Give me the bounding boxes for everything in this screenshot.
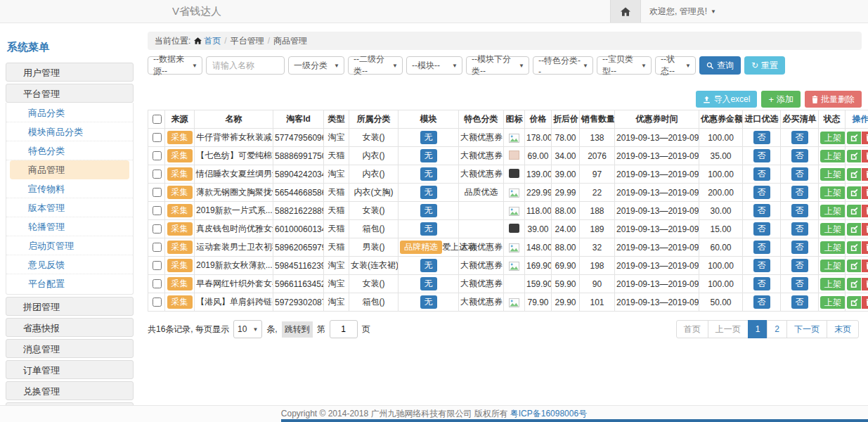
module-badge[interactable]: 无 xyxy=(420,204,437,217)
sidebar-item[interactable]: 特色分类 xyxy=(6,141,133,160)
edit-button[interactable] xyxy=(847,168,861,181)
user-menu[interactable]: 欢迎您, 管理员! ▼ xyxy=(641,0,725,23)
edit-button[interactable] xyxy=(847,223,861,236)
select-all-checkbox[interactable] xyxy=(153,115,162,124)
import-flag-badge[interactable]: 否 xyxy=(753,241,770,253)
module-badge[interactable]: 无 xyxy=(420,277,437,290)
status-badge[interactable]: 上架 xyxy=(820,260,846,272)
status-badge[interactable]: 上架 xyxy=(820,278,846,290)
source-badge[interactable]: 采集 xyxy=(167,259,193,271)
sidebar-item[interactable]: 商品分类 xyxy=(6,103,133,122)
pager-button[interactable]: 2 xyxy=(767,320,787,338)
import-flag-badge[interactable]: 否 xyxy=(753,186,770,198)
module-badge[interactable]: 无 xyxy=(420,295,437,308)
row-checkbox[interactable] xyxy=(153,133,162,142)
pager-button[interactable]: 首页 xyxy=(676,320,708,338)
filter-select[interactable]: --数据来源--▼ xyxy=(148,56,202,75)
import-flag-badge[interactable]: 否 xyxy=(753,295,770,308)
delete-button[interactable] xyxy=(862,241,868,254)
source-badge[interactable]: 采集 xyxy=(167,186,193,198)
status-badge[interactable]: 上架 xyxy=(820,168,846,181)
module-badge[interactable]: 无 xyxy=(420,186,437,198)
sidebar-group-item[interactable]: 订单管理 xyxy=(6,360,134,379)
delete-button[interactable] xyxy=(862,260,868,272)
edit-button[interactable] xyxy=(847,296,861,309)
sidebar-group-item[interactable]: 省惠快报 xyxy=(6,318,134,337)
edit-button[interactable] xyxy=(847,278,861,290)
status-badge[interactable]: 上架 xyxy=(820,150,846,162)
import-flag-badge[interactable]: 否 xyxy=(753,259,770,271)
delete-button[interactable] xyxy=(862,296,868,309)
edit-button[interactable] xyxy=(847,132,861,144)
delete-button[interactable] xyxy=(862,278,868,290)
sidebar-group-item[interactable]: 消息管理 xyxy=(6,339,134,358)
filter-select[interactable]: --宝贝类型--▼ xyxy=(597,56,652,75)
must-buy-flag-badge[interactable]: 否 xyxy=(791,222,808,235)
must-buy-flag-badge[interactable]: 否 xyxy=(791,277,808,290)
sidebar-item[interactable]: 模块商品分类 xyxy=(6,122,133,141)
add-button[interactable]: + 添加 xyxy=(761,91,801,108)
row-checkbox[interactable] xyxy=(153,188,162,197)
pager-button[interactable]: 1 xyxy=(748,320,768,338)
source-badge[interactable]: 采集 xyxy=(167,295,193,308)
pager-button[interactable]: 下一页 xyxy=(786,320,827,338)
module-badge[interactable]: 品牌精选 xyxy=(400,241,442,253)
source-badge[interactable]: 采集 xyxy=(167,241,193,253)
source-badge[interactable]: 采集 xyxy=(167,131,193,143)
edit-button[interactable] xyxy=(847,150,861,162)
pager-button[interactable]: 末页 xyxy=(827,320,859,338)
filter-select[interactable]: --特色分类--▼ xyxy=(533,56,593,75)
import-flag-badge[interactable]: 否 xyxy=(753,277,770,290)
sidebar-item[interactable]: 平台配置 xyxy=(6,274,133,293)
status-badge[interactable]: 上架 xyxy=(820,296,846,309)
filter-select[interactable]: --模块下分类--▼ xyxy=(466,56,529,75)
jump-button[interactable]: 跳转到 xyxy=(282,321,313,338)
import-flag-badge[interactable]: 否 xyxy=(753,131,770,143)
must-buy-flag-badge[interactable]: 否 xyxy=(791,295,808,308)
must-buy-flag-badge[interactable]: 否 xyxy=(791,259,808,271)
delete-button[interactable] xyxy=(862,223,868,236)
row-checkbox[interactable] xyxy=(153,170,162,179)
name-search-input[interactable] xyxy=(206,56,285,75)
must-buy-flag-badge[interactable]: 否 xyxy=(791,241,808,253)
breadcrumb-home-link[interactable]: 首页 xyxy=(194,35,221,47)
filter-select[interactable]: 一级分类▼ xyxy=(288,56,344,75)
sidebar-item[interactable]: 宣传物料 xyxy=(6,179,133,198)
edit-button[interactable] xyxy=(847,260,861,272)
status-badge[interactable]: 上架 xyxy=(820,223,846,236)
filter-select[interactable]: --状态--▼ xyxy=(655,56,696,75)
sidebar-group-item[interactable]: 兑换管理 xyxy=(6,381,134,400)
batch-delete-button[interactable]: 批量删除 xyxy=(805,91,862,108)
import-flag-badge[interactable]: 否 xyxy=(753,204,770,217)
sidebar-item[interactable]: 商品管理 xyxy=(10,160,129,179)
row-checkbox[interactable] xyxy=(153,224,162,234)
must-buy-flag-badge[interactable]: 否 xyxy=(791,131,808,143)
breadcrumb-item-platform[interactable]: 平台管理 xyxy=(231,35,264,47)
status-badge[interactable]: 上架 xyxy=(820,241,846,254)
edit-button[interactable] xyxy=(847,205,861,217)
row-checkbox[interactable] xyxy=(153,243,162,252)
per-page-select[interactable]: 10 ▼ xyxy=(233,320,262,338)
source-badge[interactable]: 采集 xyxy=(167,167,193,180)
filter-select[interactable]: --模块--▼ xyxy=(406,56,462,75)
module-badge[interactable]: 无 xyxy=(420,222,437,235)
delete-button[interactable] xyxy=(862,186,868,199)
pager-button[interactable]: 上一页 xyxy=(708,320,749,338)
sidebar-group-item[interactable]: 用户管理 xyxy=(6,63,134,82)
page-number-input[interactable] xyxy=(330,320,358,338)
sidebar-group-item[interactable]: 平台管理 xyxy=(6,84,134,103)
source-badge[interactable]: 采集 xyxy=(167,204,193,217)
import-flag-badge[interactable]: 否 xyxy=(753,149,770,162)
import-flag-badge[interactable]: 否 xyxy=(753,167,770,180)
reset-button[interactable]: ↻ 重置 xyxy=(744,56,785,75)
delete-button[interactable] xyxy=(862,168,868,181)
source-badge[interactable]: 采集 xyxy=(167,222,193,235)
query-button[interactable]: 查询 xyxy=(699,56,741,75)
row-checkbox[interactable] xyxy=(153,206,162,215)
row-checkbox[interactable] xyxy=(153,298,162,307)
must-buy-flag-badge[interactable]: 否 xyxy=(791,167,808,180)
import-excel-button[interactable]: 导入excel xyxy=(696,91,757,108)
status-badge[interactable]: 上架 xyxy=(820,205,846,217)
status-badge[interactable]: 上架 xyxy=(820,186,846,199)
must-buy-flag-badge[interactable]: 否 xyxy=(791,149,808,162)
